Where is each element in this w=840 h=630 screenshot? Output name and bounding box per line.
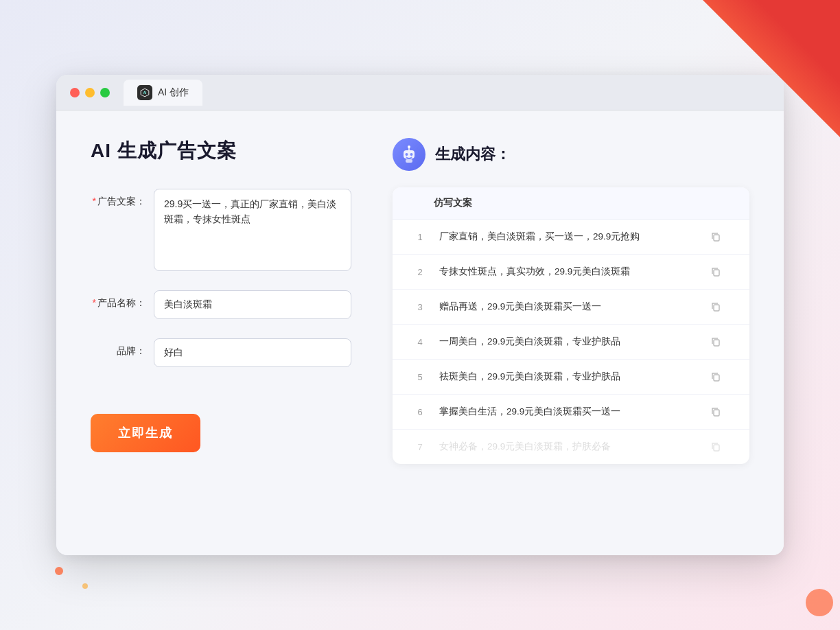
generate-button[interactable]: 立即生成 [91, 414, 200, 452]
result-rows-container: 1厂家直销，美白淡斑霜，买一送一，29.9元抢购 2专抹女性斑点，真实功效，29… [393, 220, 749, 464]
product-name-label: *产品名称： [91, 290, 145, 310]
result-header: 生成内容： [393, 138, 749, 171]
table-row: 4一周美白，29.9元美白淡斑霜，专业护肤品 [393, 325, 749, 360]
form-group-brand: 品牌： [91, 338, 351, 367]
ai-icon: AI [137, 85, 152, 100]
row-text: 厂家直销，美白淡斑霜，买一送一，29.9元抢购 [439, 230, 703, 244]
copy-icon[interactable] [708, 404, 723, 419]
copy-icon[interactable] [708, 299, 723, 314]
row-text: 专抹女性斑点，真实功效，29.9元美白淡斑霜 [439, 265, 703, 279]
row-number: 3 [406, 302, 434, 312]
required-star-1: * [93, 196, 96, 207]
row-number: 1 [406, 232, 434, 242]
table-row: 5祛斑美白，29.9元美白淡斑霜，专业护肤品 [393, 360, 749, 395]
svg-rect-4 [404, 150, 415, 159]
row-number: 2 [406, 267, 434, 277]
brand-label: 品牌： [91, 338, 145, 358]
corner-dot [806, 589, 833, 616]
page-title: AI 生成广告文案 [91, 138, 351, 164]
table-row: 7女神必备，29.9元美白淡斑霜，护肤必备 [393, 430, 749, 464]
left-panel: AI 生成广告文案 *广告文案： 29.9买一送一，真正的厂家直销，美白淡斑霜，… [91, 138, 351, 528]
svg-rect-13 [714, 410, 719, 416]
row-text: 祛斑美白，29.9元美白淡斑霜，专业护肤品 [439, 370, 703, 384]
dot-decoration-1 [55, 567, 63, 575]
svg-point-6 [410, 153, 413, 156]
browser-window: AI AI 创作 AI 生成广告文案 *广告文案： 29.9买一送一，真正的厂家… [56, 75, 784, 555]
ad-copy-label: *广告文案： [91, 189, 145, 208]
brand-field[interactable] [154, 338, 351, 367]
row-number: 7 [406, 442, 434, 452]
copy-icon[interactable] [708, 334, 723, 349]
row-text: 赠品再送，29.9元美白淡斑霜买一送一 [439, 300, 703, 314]
table-row: 1厂家直销，美白淡斑霜，买一送一，29.9元抢购 [393, 220, 749, 255]
svg-point-5 [406, 153, 408, 156]
result-table-header: 仿写文案 [393, 187, 749, 220]
row-number: 5 [406, 372, 434, 382]
product-name-field[interactable] [154, 290, 351, 319]
row-text: 女神必备，29.9元美白淡斑霜，护肤必备 [439, 440, 703, 454]
svg-rect-14 [714, 445, 719, 451]
svg-point-3 [408, 145, 410, 148]
required-star-2: * [93, 297, 96, 308]
row-number: 4 [406, 337, 434, 347]
main-content: AI 生成广告文案 *广告文案： 29.9买一送一，真正的厂家直销，美白淡斑霜，… [56, 110, 784, 555]
form-group-product-name: *产品名称： [91, 290, 351, 319]
copy-icon[interactable] [708, 439, 723, 454]
row-number: 6 [406, 407, 434, 417]
row-text: 一周美白，29.9元美白淡斑霜，专业护肤品 [439, 335, 703, 349]
table-row: 2专抹女性斑点，真实功效，29.9元美白淡斑霜 [393, 255, 749, 290]
dot-decoration-2 [82, 583, 88, 589]
svg-rect-8 [714, 235, 719, 241]
svg-rect-10 [714, 305, 719, 311]
right-panel: 生成内容： 仿写文案 1厂家直销，美白淡斑霜，买一送一，29.9元抢购 2专抹女… [393, 138, 749, 528]
title-bar: AI AI 创作 [56, 75, 784, 110]
svg-text:AI: AI [143, 91, 147, 95]
result-box: 仿写文案 1厂家直销，美白淡斑霜，买一送一，29.9元抢购 2专抹女性斑点，真实… [393, 187, 749, 464]
copy-icon[interactable] [708, 369, 723, 384]
svg-rect-11 [714, 340, 719, 346]
ad-copy-field[interactable]: 29.9买一送一，真正的厂家直销，美白淡斑霜，专抹女性斑点 [154, 189, 351, 271]
row-text: 掌握美白生活，29.9元美白淡斑霜买一送一 [439, 405, 703, 419]
result-title: 生成内容： [435, 144, 511, 165]
svg-rect-9 [714, 270, 719, 276]
copy-icon[interactable] [708, 229, 723, 244]
table-row: 3赠品再送，29.9元美白淡斑霜买一送一 [393, 290, 749, 325]
svg-rect-12 [714, 375, 719, 381]
table-row: 6掌握美白生活，29.9元美白淡斑霜买一送一 [393, 395, 749, 430]
minimize-button[interactable] [85, 88, 95, 97]
maximize-button[interactable] [100, 88, 110, 97]
tab-ai-creation[interactable]: AI AI 创作 [124, 80, 202, 106]
close-button[interactable] [70, 88, 80, 97]
traffic-lights [70, 88, 110, 97]
copy-icon[interactable] [708, 264, 723, 279]
tab-label: AI 创作 [158, 86, 189, 99]
table-col-header: 仿写文案 [434, 197, 708, 209]
form-group-ad-copy: *广告文案： 29.9买一送一，真正的厂家直销，美白淡斑霜，专抹女性斑点 [91, 189, 351, 271]
svg-rect-7 [406, 159, 412, 163]
robot-icon [393, 138, 425, 171]
